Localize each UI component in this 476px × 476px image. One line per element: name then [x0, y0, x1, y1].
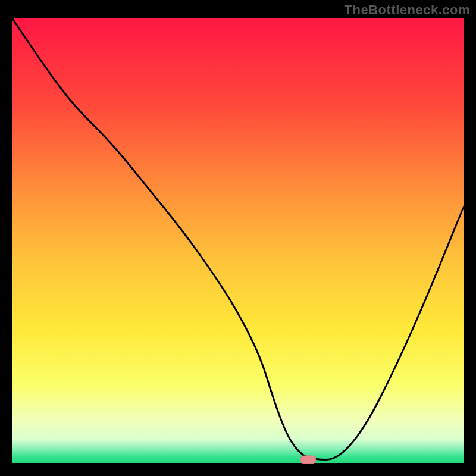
bottleneck-curve: [12, 18, 464, 460]
plot-area: [12, 18, 464, 464]
watermark-text: TheBottleneck.com: [345, 2, 470, 18]
plot-svg: [12, 18, 464, 464]
optimal-marker: [300, 456, 316, 464]
chart-frame: TheBottleneck.com: [0, 0, 476, 476]
